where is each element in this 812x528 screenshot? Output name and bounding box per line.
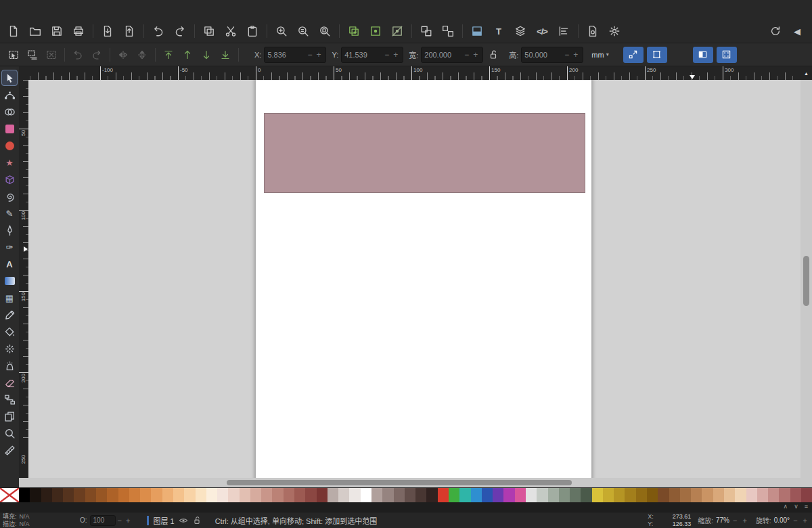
- palette-swatch[interactable]: [614, 488, 625, 502]
- mesh-gradient-tool[interactable]: ▦: [1, 290, 18, 306]
- group-button[interactable]: [416, 21, 436, 41]
- palette-swatch[interactable]: [151, 488, 162, 502]
- duplicate-button[interactable]: [344, 21, 364, 41]
- selector-tool[interactable]: [1, 70, 18, 86]
- height-increase-button[interactable]: +: [571, 50, 580, 60]
- palette-swatch[interactable]: [647, 488, 658, 502]
- palette-swatch[interactable]: [349, 488, 360, 502]
- unit-dropdown[interactable]: mm ▾: [591, 51, 608, 59]
- lower-to-bottom-button[interactable]: [217, 46, 234, 64]
- ungroup-button[interactable]: [438, 21, 458, 41]
- open-document-button[interactable]: [25, 21, 45, 41]
- palette-swatch[interactable]: [118, 488, 129, 502]
- palette-swatch[interactable]: [768, 488, 779, 502]
- paint-bucket-tool[interactable]: [1, 324, 18, 340]
- pencil-tool[interactable]: ✎: [1, 205, 18, 221]
- save-document-button[interactable]: [47, 21, 67, 41]
- raise-to-top-button[interactable]: [160, 46, 177, 64]
- import-button[interactable]: [97, 21, 118, 41]
- flip-vertical-button[interactable]: [133, 46, 151, 64]
- palette-swatch[interactable]: [415, 488, 426, 502]
- palette-swatch[interactable]: [691, 488, 702, 502]
- palette-swatch[interactable]: [173, 488, 184, 502]
- text-dialog-button[interactable]: T: [489, 21, 509, 41]
- palette-swatch[interactable]: [471, 488, 482, 502]
- palette-swatch[interactable]: [272, 488, 283, 502]
- width-input[interactable]: 200.000−+: [421, 47, 483, 63]
- horizontal-ruler[interactable]: -100-50050100150200250300: [28, 66, 800, 80]
- opacity-increase-button[interactable]: +: [124, 516, 132, 525]
- palette-swatch[interactable]: [503, 488, 514, 502]
- palette-swatch[interactable]: [217, 488, 228, 502]
- x-decrease-button[interactable]: −: [305, 50, 314, 60]
- palette-swatch[interactable]: [724, 488, 735, 502]
- palette-swatch[interactable]: [361, 488, 371, 502]
- palette-swatch[interactable]: [548, 488, 559, 502]
- deselect-button[interactable]: [43, 46, 60, 64]
- zoom-decrease-button[interactable]: −: [731, 516, 739, 525]
- star-tool[interactable]: ★: [1, 154, 18, 171]
- palette-swatch[interactable]: [426, 488, 437, 502]
- palette-swatch[interactable]: [515, 488, 526, 502]
- palette-swatch[interactable]: [328, 488, 338, 502]
- palette-swatch[interactable]: [284, 488, 294, 502]
- zoom-tool[interactable]: [1, 425, 18, 441]
- text-tool[interactable]: A: [1, 256, 18, 272]
- palette-swatch[interactable]: [63, 488, 74, 502]
- collapse-snap-toolbar-button[interactable]: ◀: [787, 21, 807, 41]
- rotation-input[interactable]: 0.00°: [774, 516, 790, 524]
- rectangle-tool[interactable]: [1, 120, 18, 137]
- undo-button[interactable]: [148, 21, 168, 41]
- zoom-input[interactable]: 77%: [716, 516, 729, 524]
- palette-swatch[interactable]: [305, 488, 316, 502]
- align-distribute-dialog-button[interactable]: [554, 21, 574, 41]
- palette-swatch[interactable]: [658, 488, 669, 502]
- layers-dialog-button[interactable]: [510, 21, 531, 41]
- x-increase-button[interactable]: +: [314, 50, 323, 60]
- xml-editor-button[interactable]: </>: [532, 21, 552, 41]
- vertical-scrollbar[interactable]: [800, 80, 812, 478]
- fill-stroke-indicator[interactable]: 填充:N/A 描边:N/A: [3, 513, 55, 527]
- height-input[interactable]: 50.000−+: [521, 47, 583, 63]
- palette-swatch[interactable]: [394, 488, 405, 502]
- palette-swatch[interactable]: [746, 488, 757, 502]
- transform-corners-button[interactable]: [647, 47, 667, 63]
- vertical-scrollbar-thumb[interactable]: [803, 256, 809, 306]
- palette-swatch[interactable]: [493, 488, 503, 502]
- palette-swatch[interactable]: [85, 488, 96, 502]
- palette-swatch[interactable]: [482, 488, 493, 502]
- width-decrease-button[interactable]: −: [462, 50, 471, 60]
- new-document-button[interactable]: [3, 21, 24, 41]
- horizontal-scrollbar-thumb[interactable]: [227, 480, 572, 485]
- palette-swatch[interactable]: [140, 488, 151, 502]
- palette-swatch[interactable]: [537, 488, 547, 502]
- layer-visibility-toggle[interactable]: [179, 516, 188, 525]
- pen-tool[interactable]: [1, 222, 18, 238]
- connector-tool[interactable]: [1, 391, 18, 408]
- redo-button[interactable]: [170, 21, 190, 41]
- palette-swatch[interactable]: [382, 488, 393, 502]
- height-decrease-button[interactable]: −: [562, 50, 571, 60]
- fill-stroke-dialog-button[interactable]: [467, 21, 487, 41]
- palette-swatch[interactable]: [757, 488, 768, 502]
- width-increase-button[interactable]: +: [471, 50, 480, 60]
- palette-swatch[interactable]: [129, 488, 140, 502]
- drawn-rectangle[interactable]: [264, 113, 585, 193]
- y-decrease-button[interactable]: −: [382, 50, 391, 60]
- opacity-input[interactable]: 100: [90, 515, 116, 526]
- unlink-clone-button[interactable]: [387, 21, 407, 41]
- palette-swatch[interactable]: [603, 488, 614, 502]
- palette-swatch[interactable]: [184, 488, 195, 502]
- document-properties-button[interactable]: [583, 21, 603, 41]
- rotate-90-ccw-button[interactable]: [69, 46, 87, 64]
- raise-button[interactable]: [179, 46, 196, 64]
- palette-swatch[interactable]: [559, 488, 570, 502]
- layer-lock-toggle[interactable]: [192, 516, 202, 525]
- paste-button[interactable]: [242, 21, 263, 41]
- palette-swatch[interactable]: [294, 488, 305, 502]
- palette-swatch[interactable]: [801, 488, 812, 502]
- palette-swatch[interactable]: [790, 488, 801, 502]
- palette-swatch[interactable]: [702, 488, 713, 502]
- transform-gradient-button[interactable]: [693, 47, 713, 63]
- select-all-in-layers-button[interactable]: [24, 46, 41, 64]
